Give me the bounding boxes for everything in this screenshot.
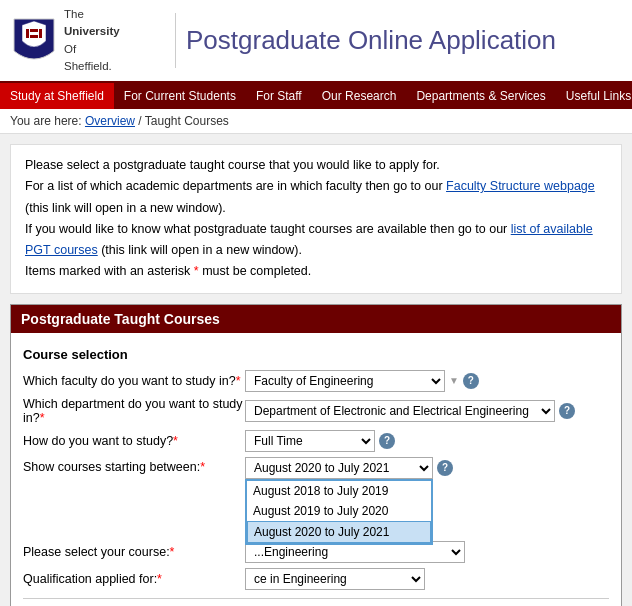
date-option-3-selected[interactable]: August 2020 to July 2021 bbox=[247, 521, 431, 543]
faculty-select[interactable]: Faculty of Engineering bbox=[245, 370, 445, 392]
faculty-row: Which faculty do you want to study in?* … bbox=[23, 370, 609, 392]
study-mode-select[interactable]: Full Time bbox=[245, 430, 375, 452]
study-mode-label: How do you want to study?* bbox=[23, 434, 245, 448]
faculty-help-icon[interactable]: ? bbox=[463, 373, 479, 389]
breadcrumb: You are here: Overview / Taught Courses bbox=[0, 109, 632, 134]
date-range-label: Show courses starting between:* bbox=[23, 457, 245, 474]
date-range-dropdown[interactable]: August 2018 to July 2019 August 2019 to … bbox=[245, 479, 433, 545]
date-range-select[interactable]: August 2020 to July 2021 bbox=[245, 457, 433, 479]
info-line4: Items marked with an asterisk * must be … bbox=[25, 261, 607, 282]
nav-bar: Study at Sheffield For Current Students … bbox=[0, 83, 632, 109]
date-option-2[interactable]: August 2019 to July 2020 bbox=[247, 501, 431, 521]
nav-item-departments[interactable]: Departments & Services bbox=[406, 83, 555, 109]
department-label: Which department do you want to study in… bbox=[23, 397, 245, 425]
date-option-1[interactable]: August 2018 to July 2019 bbox=[247, 481, 431, 501]
nav-item-students[interactable]: For Current Students bbox=[114, 83, 246, 109]
nav-item-useful-links[interactable]: Useful Links bbox=[556, 83, 632, 109]
course-selection-subtitle: Course selection bbox=[23, 347, 609, 362]
svg-rect-2 bbox=[26, 29, 29, 38]
faculty-label: Which faculty do you want to study in?* bbox=[23, 374, 245, 388]
info-box: Please select a postgraduate taught cour… bbox=[10, 144, 622, 294]
funding-divider bbox=[23, 598, 609, 599]
study-mode-row: How do you want to study?* Full Time ? bbox=[23, 430, 609, 452]
university-shield-icon bbox=[10, 15, 58, 67]
info-line1: Please select a postgraduate taught cour… bbox=[25, 155, 607, 176]
qualification-select[interactable]: ce in Engineering bbox=[245, 568, 425, 590]
svg-rect-0 bbox=[30, 29, 38, 32]
svg-rect-3 bbox=[39, 29, 42, 38]
nav-item-research[interactable]: Our Research bbox=[312, 83, 407, 109]
nav-item-study[interactable]: Study at Sheffield bbox=[0, 83, 114, 109]
svg-rect-1 bbox=[30, 35, 38, 38]
department-select[interactable]: Department of Electronic and Electrical … bbox=[245, 400, 555, 422]
info-line2: For a list of which academic departments… bbox=[25, 176, 607, 219]
breadcrumb-overview-link[interactable]: Overview bbox=[85, 114, 135, 128]
study-mode-help-icon[interactable]: ? bbox=[379, 433, 395, 449]
info-line3: If you would like to know what postgradu… bbox=[25, 219, 607, 262]
form-section-header: Postgraduate Taught Courses bbox=[11, 305, 621, 333]
faculty-structure-link[interactable]: Faculty Structure webpage bbox=[446, 179, 595, 193]
department-row: Which department do you want to study in… bbox=[23, 397, 609, 425]
qualification-row: Qualification applied for:* ce in Engine… bbox=[23, 568, 609, 590]
nav-item-staff[interactable]: For Staff bbox=[246, 83, 312, 109]
logo-area: The University Of Sheffield. bbox=[10, 6, 165, 75]
date-range-help-icon[interactable]: ? bbox=[437, 460, 453, 476]
form-section: Postgraduate Taught Courses Course selec… bbox=[10, 304, 622, 607]
course-label: Please select your course:* bbox=[23, 545, 245, 559]
university-name: The University Of Sheffield. bbox=[64, 6, 120, 75]
app-title: Postgraduate Online Application bbox=[186, 25, 556, 56]
department-help-icon[interactable]: ? bbox=[559, 403, 575, 419]
qualification-label: Qualification applied for:* bbox=[23, 572, 245, 586]
date-range-row: Show courses starting between:* August 2… bbox=[23, 457, 609, 479]
